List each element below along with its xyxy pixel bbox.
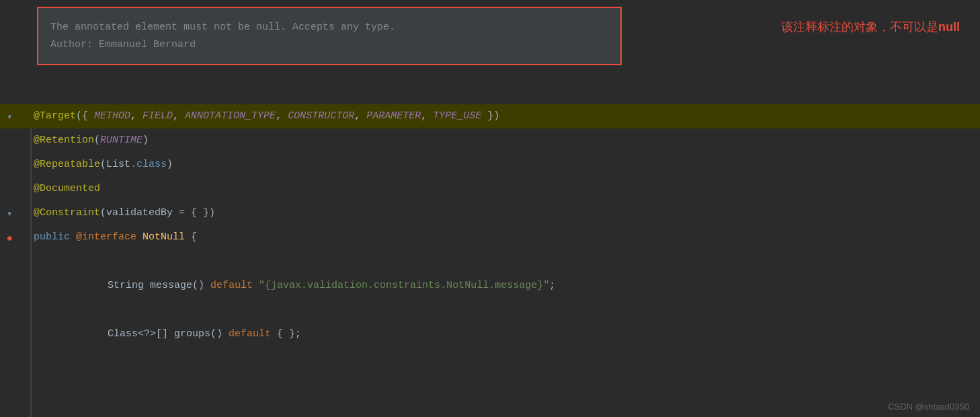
code-area: ▾ @Target({ METHOD, FIELD, ANNOTATION_TY… <box>0 104 980 346</box>
code-content-6: public @interface NotNull { <box>34 229 197 245</box>
watermark: CSDN @shtasd0350 <box>888 402 969 412</box>
tooltip-line2: Author: Emmanuel Bernard <box>50 36 608 54</box>
chinese-note-text: 该注释标注的对象，不可以是 <box>781 20 938 34</box>
code-line-1: ▾ @Target({ METHOD, FIELD, ANNOTATION_TY… <box>0 104 980 128</box>
tooltip-line1: The annotated element must not be null. … <box>50 19 608 36</box>
code-line-empty2 <box>0 298 980 322</box>
chinese-annotation: 该注释标注的对象，不可以是null <box>781 19 960 35</box>
code-line-4: @Documented <box>0 177 980 201</box>
code-line-3: @Repeatable(List.class) <box>0 153 980 177</box>
code-content-7: String message() default "{javax.validat… <box>108 278 555 294</box>
fold-icon-5: ▾ <box>7 208 12 219</box>
code-content-2: @Retention(RUNTIME) <box>34 132 149 149</box>
main-container: The annotated element must not be null. … <box>0 0 980 417</box>
bookmark-icon: ◆ <box>7 232 12 243</box>
code-line-5: ▾ @Constraint(validatedBy = { }) <box>0 201 980 225</box>
code-line-8: Class<?>[] groups() default { }; <box>0 322 980 346</box>
code-content-5: @Constraint(validatedBy = { }) <box>34 205 215 221</box>
code-line-6: ◆ public @interface NotNull { <box>0 225 980 250</box>
chinese-note-bold: null <box>938 20 960 34</box>
code-content-1: @Target({ METHOD, FIELD, ANNOTATION_TYPE… <box>34 108 499 124</box>
code-line-empty1 <box>0 250 980 274</box>
code-line-7: String message() default "{javax.validat… <box>0 274 980 298</box>
fold-icon-1: ▾ <box>7 111 12 122</box>
tooltip-box: The annotated element must not be null. … <box>37 7 622 65</box>
code-content-4: @Documented <box>34 181 100 197</box>
code-line-2: @Retention(RUNTIME) <box>0 128 980 153</box>
code-content-3: @Repeatable(List.class) <box>34 157 173 173</box>
code-content-8: Class<?>[] groups() default { }; <box>108 326 301 342</box>
